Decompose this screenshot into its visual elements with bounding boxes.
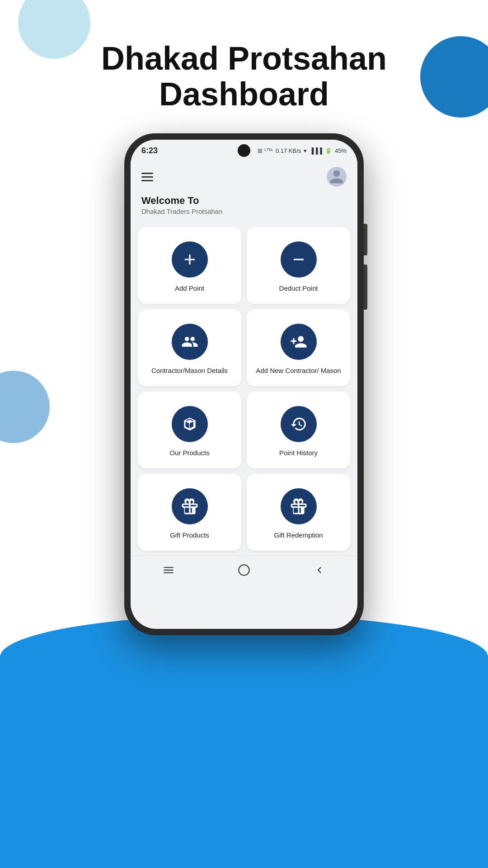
status-icons: ⊞ ᴸᵀᴱ¹ 0.17 KB/s ▾ ▐▐▐ 🔋 45% bbox=[258, 147, 347, 154]
menu-card-gift-redemption[interactable]: Gift Redemption bbox=[247, 474, 350, 551]
nav-back-button[interactable] bbox=[306, 560, 333, 580]
nav-back-icon bbox=[313, 564, 326, 576]
page-title: Dhakad Protsahan Dashboard bbox=[0, 41, 488, 112]
phone-outer: 6:23 ⊞ ᴸᵀᴱ¹ 0.17 KB/s ▾ ▐▐▐ 🔋 45% bbox=[124, 133, 364, 635]
menu-icon-gift-redemption bbox=[281, 488, 317, 524]
menu-icon-point-history bbox=[281, 406, 317, 442]
menu-icon-add-new-contractor-mason bbox=[281, 324, 317, 360]
battery-percent: 45% bbox=[335, 147, 347, 154]
speed-indicator: 0.17 KB/s bbox=[276, 147, 301, 154]
signal-info: ⊞ ᴸᵀᴱ¹ bbox=[258, 147, 273, 154]
avatar-icon bbox=[328, 169, 345, 185]
menu-icon-deduct-point bbox=[281, 241, 317, 278]
menu-label-deduct-point: Deduct Point bbox=[279, 284, 318, 293]
user-avatar[interactable] bbox=[327, 167, 347, 187]
menu-card-contractor-mason-details[interactable]: Contractor/Mason Details bbox=[138, 309, 241, 386]
hamburger-line-1 bbox=[141, 173, 153, 174]
add-new-contractor-mason-icon bbox=[290, 333, 307, 350]
nav-bar bbox=[131, 555, 357, 584]
nav-menu-button[interactable] bbox=[155, 560, 182, 580]
bg-decoration-circle-left-mid bbox=[0, 371, 50, 443]
contractor-mason-details-icon bbox=[181, 333, 198, 350]
app-header bbox=[131, 161, 357, 190]
menu-label-add-point: Add Point bbox=[175, 284, 204, 293]
bg-wave-bottom bbox=[0, 615, 488, 868]
phone-inner: 6:23 ⊞ ᴸᵀᴱ¹ 0.17 KB/s ▾ ▐▐▐ 🔋 45% bbox=[131, 140, 357, 629]
menu-card-add-point[interactable]: Add Point bbox=[138, 227, 241, 304]
page-title-line2: Dashboard bbox=[159, 76, 329, 112]
menu-icon-gift-products bbox=[172, 488, 208, 524]
welcome-title: Welcome To bbox=[141, 195, 347, 207]
menu-label-add-new-contractor-mason: Add New Contractor/ Mason bbox=[256, 366, 341, 375]
our-products-icon bbox=[181, 415, 198, 433]
wifi-icon: ▾ bbox=[304, 147, 307, 154]
deduct-point-icon bbox=[290, 251, 307, 268]
menu-label-our-products: Our Products bbox=[169, 448, 209, 458]
add-point-icon bbox=[181, 251, 198, 268]
menu-card-point-history[interactable]: Point History bbox=[247, 392, 350, 468]
menu-label-point-history: Point History bbox=[279, 448, 318, 458]
menu-card-deduct-point[interactable]: Deduct Point bbox=[247, 227, 350, 304]
gift-products-icon bbox=[181, 498, 198, 515]
nav-home-button[interactable] bbox=[230, 560, 258, 580]
welcome-subtitle: Dhakad Traders Protsahan bbox=[141, 208, 347, 215]
menu-icon-add-point bbox=[172, 241, 208, 278]
menu-grid-area: Add PointDeduct PointContractor/Mason De… bbox=[131, 222, 357, 555]
menu-label-gift-redemption: Gift Redemption bbox=[274, 531, 323, 540]
menu-card-our-products[interactable]: Our Products bbox=[138, 392, 241, 468]
signal-bars: ▐▐▐ bbox=[310, 147, 322, 154]
menu-icon-our-products bbox=[172, 406, 208, 442]
battery-icon: 🔋 bbox=[325, 147, 332, 154]
camera-notch bbox=[238, 144, 250, 157]
menu-label-gift-products: Gift Products bbox=[170, 531, 209, 540]
menu-icon-contractor-mason-details bbox=[172, 324, 208, 360]
gift-redemption-icon bbox=[290, 498, 307, 515]
hamburger-menu-button[interactable] bbox=[141, 173, 153, 181]
menu-card-gift-products[interactable]: Gift Products bbox=[138, 474, 241, 551]
menu-label-contractor-mason-details: Contractor/Mason Details bbox=[151, 366, 228, 375]
phone-mockup: 6:23 ⊞ ᴸᵀᴱ¹ 0.17 KB/s ▾ ▐▐▐ 🔋 45% bbox=[124, 133, 364, 635]
svg-point-0 bbox=[239, 565, 249, 575]
welcome-section: Welcome To Dhakad Traders Protsahan bbox=[131, 190, 357, 222]
hamburger-line-3 bbox=[141, 180, 153, 181]
page-title-line1: Dhakad Protsahan bbox=[101, 40, 387, 76]
status-time: 6:23 bbox=[141, 146, 158, 156]
hamburger-line-2 bbox=[141, 176, 153, 178]
menu-grid: Add PointDeduct PointContractor/Mason De… bbox=[138, 227, 350, 551]
nav-home-icon bbox=[238, 564, 250, 576]
point-history-icon bbox=[290, 415, 307, 433]
menu-card-add-new-contractor-mason[interactable]: Add New Contractor/ Mason bbox=[247, 309, 350, 386]
nav-menu-icon bbox=[162, 564, 175, 576]
